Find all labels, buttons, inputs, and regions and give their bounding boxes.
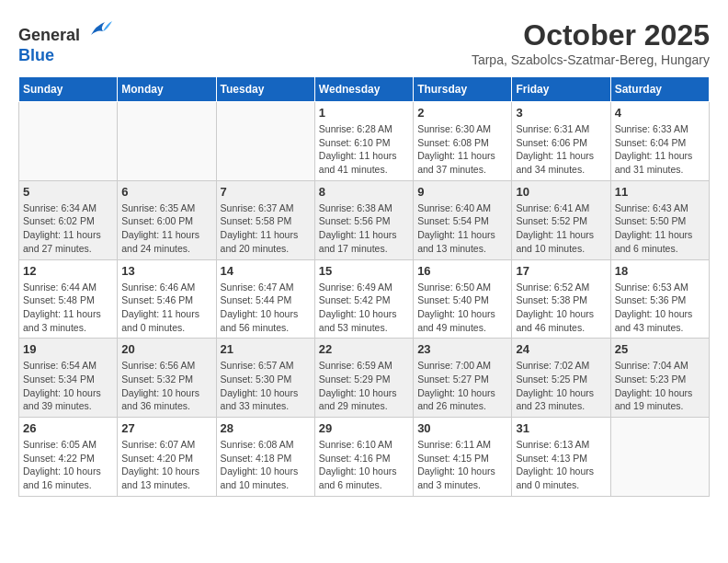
day-info: Sunrise: 6:47 AMSunset: 5:44 PMDaylight:… <box>221 281 311 335</box>
day-info: Sunrise: 7:02 AMSunset: 5:25 PMDaylight:… <box>516 359 606 413</box>
day-number: 22 <box>319 342 409 356</box>
day-info: Sunrise: 7:00 AMSunset: 5:27 PMDaylight:… <box>417 359 507 413</box>
day-number: 28 <box>221 421 311 435</box>
calendar-day-cell <box>216 102 314 181</box>
day-number: 1 <box>319 106 409 120</box>
calendar-week-row: 12Sunrise: 6:44 AMSunset: 5:48 PMDayligh… <box>19 259 710 339</box>
day-info: Sunrise: 6:50 AMSunset: 5:40 PMDaylight:… <box>417 281 507 335</box>
calendar-day-cell: 6Sunrise: 6:35 AMSunset: 6:00 PMDaylight… <box>118 180 216 259</box>
day-number: 18 <box>615 264 705 278</box>
logo-blue: Blue <box>18 46 54 64</box>
day-info: Sunrise: 6:52 AMSunset: 5:38 PMDaylight:… <box>516 281 606 335</box>
calendar-day-cell: 18Sunrise: 6:53 AMSunset: 5:36 PMDayligh… <box>610 259 709 339</box>
calendar-day-cell <box>118 102 216 181</box>
day-number: 13 <box>121 264 211 278</box>
day-info: Sunrise: 6:38 AMSunset: 5:56 PMDaylight:… <box>319 201 409 256</box>
calendar-day-cell: 11Sunrise: 6:43 AMSunset: 5:50 PMDayligh… <box>610 180 709 259</box>
day-info: Sunrise: 6:07 AMSunset: 4:20 PMDaylight:… <box>121 438 211 492</box>
calendar-day-cell: 26Sunrise: 6:05 AMSunset: 4:22 PMDayligh… <box>19 418 118 497</box>
day-info: Sunrise: 6:05 AMSunset: 4:22 PMDaylight:… <box>23 438 113 492</box>
day-info: Sunrise: 6:44 AMSunset: 5:48 PMDaylight:… <box>23 281 113 335</box>
day-info: Sunrise: 6:31 AMSunset: 6:06 PMDaylight:… <box>516 122 606 177</box>
title-block: October 2025 Tarpa, Szabolcs-Szatmar-Ber… <box>472 18 710 67</box>
day-info: Sunrise: 6:10 AMSunset: 4:16 PMDaylight:… <box>319 438 409 492</box>
day-number: 11 <box>615 185 705 199</box>
day-number: 25 <box>615 342 705 356</box>
day-info: Sunrise: 6:28 AMSunset: 6:10 PMDaylight:… <box>319 122 409 177</box>
calendar-day-cell: 1Sunrise: 6:28 AMSunset: 6:10 PMDaylight… <box>314 102 413 181</box>
calendar-day-cell: 22Sunrise: 6:59 AMSunset: 5:29 PMDayligh… <box>314 339 413 418</box>
day-info: Sunrise: 6:35 AMSunset: 6:00 PMDaylight:… <box>121 201 211 256</box>
day-info: Sunrise: 6:56 AMSunset: 5:32 PMDaylight:… <box>121 359 211 413</box>
page-header: General Blue October 2025 Tarpa, Szabolc… <box>18 18 710 67</box>
calendar-day-cell: 13Sunrise: 6:46 AMSunset: 5:46 PMDayligh… <box>118 259 216 339</box>
day-info: Sunrise: 6:41 AMSunset: 5:52 PMDaylight:… <box>516 201 606 256</box>
day-number: 27 <box>121 421 211 435</box>
calendar-day-cell: 16Sunrise: 6:50 AMSunset: 5:40 PMDayligh… <box>414 259 512 339</box>
calendar-day-cell: 17Sunrise: 6:52 AMSunset: 5:38 PMDayligh… <box>512 259 610 339</box>
day-number: 23 <box>417 342 507 356</box>
calendar-week-row: 5Sunrise: 6:34 AMSunset: 6:02 PMDaylight… <box>19 180 710 259</box>
day-info: Sunrise: 6:43 AMSunset: 5:50 PMDaylight:… <box>615 201 705 256</box>
day-number: 6 <box>121 185 211 199</box>
month-title: October 2025 <box>472 18 710 52</box>
calendar-day-cell: 21Sunrise: 6:57 AMSunset: 5:30 PMDayligh… <box>216 339 314 418</box>
calendar-day-cell: 2Sunrise: 6:30 AMSunset: 6:08 PMDaylight… <box>414 102 512 181</box>
logo-text: General <box>18 18 114 46</box>
calendar-day-cell: 4Sunrise: 6:33 AMSunset: 6:04 PMDaylight… <box>610 102 709 181</box>
day-info: Sunrise: 6:37 AMSunset: 5:58 PMDaylight:… <box>221 201 311 256</box>
day-number: 2 <box>417 106 507 120</box>
calendar-day-cell: 24Sunrise: 7:02 AMSunset: 5:25 PMDayligh… <box>512 339 610 418</box>
day-number: 3 <box>516 106 606 120</box>
calendar-day-cell <box>610 418 709 497</box>
day-info: Sunrise: 6:53 AMSunset: 5:36 PMDaylight:… <box>615 281 705 335</box>
day-number: 20 <box>121 342 211 356</box>
day-info: Sunrise: 6:34 AMSunset: 6:02 PMDaylight:… <box>23 201 113 256</box>
logo-blue-text: Blue <box>18 46 114 66</box>
calendar-day-cell: 10Sunrise: 6:41 AMSunset: 5:52 PMDayligh… <box>512 180 610 259</box>
calendar-week-row: 26Sunrise: 6:05 AMSunset: 4:22 PMDayligh… <box>19 418 710 497</box>
day-info: Sunrise: 6:30 AMSunset: 6:08 PMDaylight:… <box>417 122 507 177</box>
day-info: Sunrise: 6:08 AMSunset: 4:18 PMDaylight:… <box>221 438 311 492</box>
day-info: Sunrise: 6:33 AMSunset: 6:04 PMDaylight:… <box>615 122 705 177</box>
calendar-day-cell: 20Sunrise: 6:56 AMSunset: 5:32 PMDayligh… <box>118 339 216 418</box>
day-number: 31 <box>516 421 606 435</box>
calendar-header-row: SundayMondayTuesdayWednesdayThursdayFrid… <box>19 77 710 102</box>
day-info: Sunrise: 7:04 AMSunset: 5:23 PMDaylight:… <box>615 359 705 413</box>
calendar-day-cell: 8Sunrise: 6:38 AMSunset: 5:56 PMDaylight… <box>314 180 413 259</box>
calendar-day-cell: 25Sunrise: 7:04 AMSunset: 5:23 PMDayligh… <box>610 339 709 418</box>
day-number: 15 <box>319 264 409 278</box>
calendar-day-cell: 30Sunrise: 6:11 AMSunset: 4:15 PMDayligh… <box>414 418 512 497</box>
day-number: 14 <box>221 264 311 278</box>
day-number: 19 <box>23 342 113 356</box>
calendar-day-cell: 3Sunrise: 6:31 AMSunset: 6:06 PMDaylight… <box>512 102 610 181</box>
day-number: 17 <box>516 264 606 278</box>
calendar-day-cell: 15Sunrise: 6:49 AMSunset: 5:42 PMDayligh… <box>314 259 413 339</box>
day-of-week-header: Thursday <box>414 77 512 102</box>
day-info: Sunrise: 6:57 AMSunset: 5:30 PMDaylight:… <box>221 359 311 413</box>
calendar-week-row: 1Sunrise: 6:28 AMSunset: 6:10 PMDaylight… <box>19 102 710 181</box>
day-number: 16 <box>417 264 507 278</box>
day-of-week-header: Friday <box>512 77 610 102</box>
day-info: Sunrise: 6:49 AMSunset: 5:42 PMDaylight:… <box>319 281 409 335</box>
day-info: Sunrise: 6:46 AMSunset: 5:46 PMDaylight:… <box>121 281 211 335</box>
calendar-day-cell: 14Sunrise: 6:47 AMSunset: 5:44 PMDayligh… <box>216 259 314 339</box>
calendar-day-cell: 23Sunrise: 7:00 AMSunset: 5:27 PMDayligh… <box>414 339 512 418</box>
calendar-day-cell: 5Sunrise: 6:34 AMSunset: 6:02 PMDaylight… <box>19 180 118 259</box>
day-of-week-header: Wednesday <box>314 77 413 102</box>
day-number: 7 <box>221 185 311 199</box>
logo-bird-icon <box>86 18 114 40</box>
calendar-day-cell: 28Sunrise: 6:08 AMSunset: 4:18 PMDayligh… <box>216 418 314 497</box>
calendar-day-cell: 31Sunrise: 6:13 AMSunset: 4:13 PMDayligh… <box>512 418 610 497</box>
logo: General Blue <box>18 18 114 65</box>
location: Tarpa, Szabolcs-Szatmar-Bereg, Hungary <box>472 52 710 67</box>
day-of-week-header: Sunday <box>19 77 118 102</box>
day-info: Sunrise: 6:40 AMSunset: 5:54 PMDaylight:… <box>417 201 507 256</box>
day-number: 9 <box>417 185 507 199</box>
day-info: Sunrise: 6:11 AMSunset: 4:15 PMDaylight:… <box>417 438 507 492</box>
calendar-day-cell: 27Sunrise: 6:07 AMSunset: 4:20 PMDayligh… <box>118 418 216 497</box>
day-number: 4 <box>615 106 705 120</box>
day-number: 8 <box>319 185 409 199</box>
calendar-day-cell: 19Sunrise: 6:54 AMSunset: 5:34 PMDayligh… <box>19 339 118 418</box>
day-number: 12 <box>23 264 113 278</box>
